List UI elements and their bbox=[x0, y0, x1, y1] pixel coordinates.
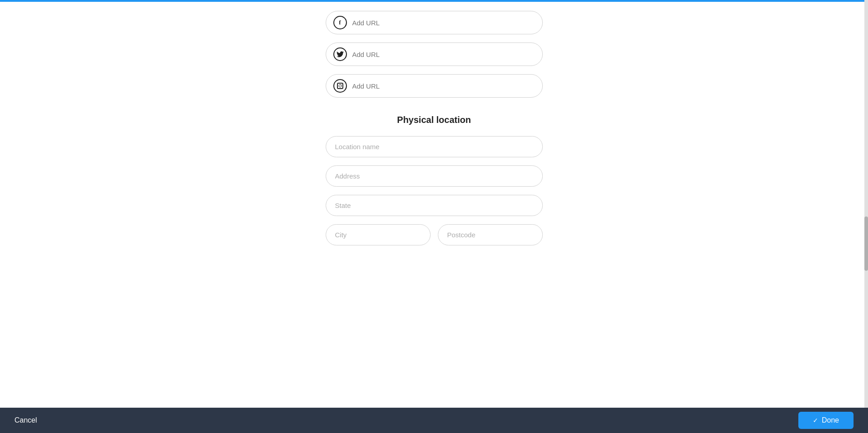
location-name-input[interactable] bbox=[326, 136, 543, 157]
city-postcode-row bbox=[326, 224, 543, 245]
scrollbar-track[interactable] bbox=[864, 0, 868, 433]
main-content: f Phys bbox=[0, 2, 868, 433]
city-input[interactable] bbox=[326, 224, 431, 245]
instagram-url-input[interactable] bbox=[352, 82, 535, 90]
twitter-url-field bbox=[326, 42, 543, 66]
done-button[interactable]: ✓ Done bbox=[798, 412, 854, 429]
bottom-bar: Cancel ✓ Done bbox=[0, 408, 868, 433]
physical-location-title: Physical location bbox=[397, 115, 471, 125]
twitter-url-input[interactable] bbox=[352, 51, 535, 58]
done-checkmark-icon: ✓ bbox=[813, 417, 818, 424]
done-label: Done bbox=[822, 416, 839, 424]
instagram-url-field bbox=[326, 74, 543, 98]
facebook-url-field: f bbox=[326, 11, 543, 34]
scrollbar-thumb[interactable] bbox=[864, 216, 868, 271]
postcode-input[interactable] bbox=[438, 224, 543, 245]
state-input[interactable] bbox=[326, 195, 543, 216]
form-container: f Phys bbox=[326, 11, 543, 254]
instagram-icon bbox=[333, 79, 347, 93]
twitter-icon bbox=[333, 47, 347, 61]
facebook-icon: f bbox=[333, 16, 347, 29]
facebook-url-input[interactable] bbox=[352, 19, 535, 27]
cancel-button[interactable]: Cancel bbox=[14, 413, 37, 428]
address-input[interactable] bbox=[326, 165, 543, 187]
